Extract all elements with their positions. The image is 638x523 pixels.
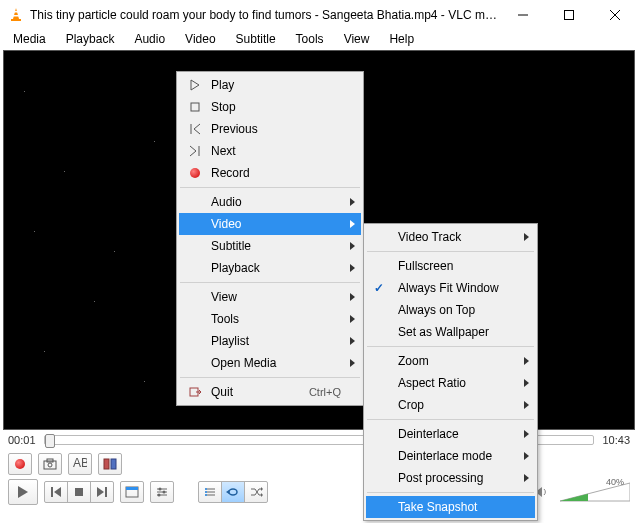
ctx-postproc[interactable]: Post processing xyxy=(366,467,535,489)
ctx-tools[interactable]: Tools xyxy=(179,308,361,330)
close-button[interactable] xyxy=(592,0,638,30)
menu-help[interactable]: Help xyxy=(380,30,423,48)
minimize-button[interactable] xyxy=(500,0,546,30)
svg-rect-2 xyxy=(13,15,19,17)
maximize-button[interactable] xyxy=(546,0,592,30)
stop-button[interactable] xyxy=(67,481,91,503)
ctx-video[interactable]: Video xyxy=(179,213,361,235)
ctx-always-fit[interactable]: ✓Always Fit Window xyxy=(366,277,535,299)
ctx-fullscreen[interactable]: Fullscreen xyxy=(366,255,535,277)
separator xyxy=(180,282,360,283)
ext-settings-button[interactable] xyxy=(150,481,174,503)
record-icon xyxy=(183,162,207,184)
advanced-controls: AB xyxy=(0,450,638,478)
svg-rect-15 xyxy=(75,488,83,496)
menu-audio[interactable]: Audio xyxy=(125,30,174,48)
vlc-icon xyxy=(8,7,24,23)
ctx-playback[interactable]: Playback xyxy=(179,257,361,279)
playback-controls: 40% xyxy=(0,478,638,506)
snapshot-button[interactable] xyxy=(38,453,62,475)
menu-tools[interactable]: Tools xyxy=(287,30,333,48)
ctx-take-snapshot[interactable]: Take Snapshot xyxy=(366,496,535,518)
ctx-deinterlace[interactable]: Deinterlace xyxy=(366,423,535,445)
fullscreen-button[interactable] xyxy=(120,481,144,503)
menu-playback[interactable]: Playback xyxy=(57,30,124,48)
ctx-playlist[interactable]: Playlist xyxy=(179,330,361,352)
playlist-button[interactable] xyxy=(198,481,222,503)
svg-point-29 xyxy=(205,491,207,493)
ctx-always-top[interactable]: Always on Top xyxy=(366,299,535,321)
ctx-previous[interactable]: Previous xyxy=(179,118,361,140)
ctx-aspect[interactable]: Aspect Ratio xyxy=(366,372,535,394)
svg-rect-31 xyxy=(191,103,199,111)
svg-point-28 xyxy=(205,488,207,490)
time-current[interactable]: 00:01 xyxy=(8,434,36,446)
separator xyxy=(180,187,360,188)
svg-rect-12 xyxy=(104,459,109,469)
svg-rect-18 xyxy=(126,487,138,490)
frame-step-button[interactable] xyxy=(98,453,122,475)
ctx-stop[interactable]: Stop xyxy=(179,96,361,118)
separator xyxy=(180,377,360,378)
seek-row: 00:01 10:43 xyxy=(0,430,638,450)
check-icon: ✓ xyxy=(374,281,384,295)
seek-knob[interactable] xyxy=(45,434,55,448)
svg-rect-14 xyxy=(51,487,53,497)
volume-slider[interactable]: 40% xyxy=(560,479,630,505)
separator xyxy=(367,346,534,347)
ctx-video-track[interactable]: Video Track xyxy=(366,226,535,248)
volume-label: 40% xyxy=(606,477,624,487)
prev-icon xyxy=(183,118,207,140)
separator xyxy=(367,251,534,252)
loop-button[interactable] xyxy=(221,481,245,503)
separator xyxy=(367,492,534,493)
svg-point-22 xyxy=(159,488,162,491)
ctx-record[interactable]: Record xyxy=(179,162,361,184)
record-button[interactable] xyxy=(8,453,32,475)
menu-video[interactable]: Video xyxy=(176,30,224,48)
menu-media[interactable]: Media xyxy=(4,30,55,48)
ctx-zoom[interactable]: Zoom xyxy=(366,350,535,372)
ctx-quit[interactable]: QuitCtrl+Q xyxy=(179,381,361,403)
ctx-crop[interactable]: Crop xyxy=(366,394,535,416)
next-track-button[interactable] xyxy=(90,481,114,503)
prev-track-button[interactable] xyxy=(44,481,68,503)
ctx-open-media[interactable]: Open Media xyxy=(179,352,361,374)
shuffle-button[interactable] xyxy=(244,481,268,503)
menu-subtitle[interactable]: Subtitle xyxy=(227,30,285,48)
loop-ab-button[interactable]: AB xyxy=(68,453,92,475)
svg-point-23 xyxy=(163,491,166,494)
menu-view[interactable]: View xyxy=(335,30,379,48)
ctx-play[interactable]: Play xyxy=(179,74,361,96)
ctx-view[interactable]: View xyxy=(179,286,361,308)
play-icon xyxy=(183,74,207,96)
titlebar: This tiny particle could roam your body … xyxy=(0,0,638,30)
svg-rect-4 xyxy=(565,11,574,20)
quit-icon xyxy=(183,381,207,403)
window-title: This tiny particle could roam your body … xyxy=(30,8,500,22)
ctx-subtitle[interactable]: Subtitle xyxy=(179,235,361,257)
svg-text:A: A xyxy=(73,458,81,470)
svg-rect-1 xyxy=(14,11,19,13)
svg-rect-16 xyxy=(105,487,107,497)
time-total[interactable]: 10:43 xyxy=(602,434,630,446)
stop-icon xyxy=(183,96,207,118)
separator xyxy=(367,419,534,420)
ctx-next[interactable]: Next xyxy=(179,140,361,162)
ctx-audio[interactable]: Audio xyxy=(179,191,361,213)
svg-point-9 xyxy=(48,463,52,467)
menubar: Media Playback Audio Video Subtitle Tool… xyxy=(0,30,638,50)
context-menu-video: Video Track Fullscreen ✓Always Fit Windo… xyxy=(363,223,538,521)
context-menu-main: Play Stop Previous Next Record Audio Vid… xyxy=(176,71,364,406)
ctx-deint-mode[interactable]: Deinterlace mode xyxy=(366,445,535,467)
svg-point-24 xyxy=(158,494,161,497)
svg-text:B: B xyxy=(81,458,87,470)
ctx-wallpaper[interactable]: Set as Wallpaper xyxy=(366,321,535,343)
svg-point-30 xyxy=(205,494,207,496)
play-button[interactable] xyxy=(8,479,38,505)
svg-rect-0 xyxy=(11,19,21,21)
svg-rect-13 xyxy=(111,459,116,469)
next-icon xyxy=(183,140,207,162)
